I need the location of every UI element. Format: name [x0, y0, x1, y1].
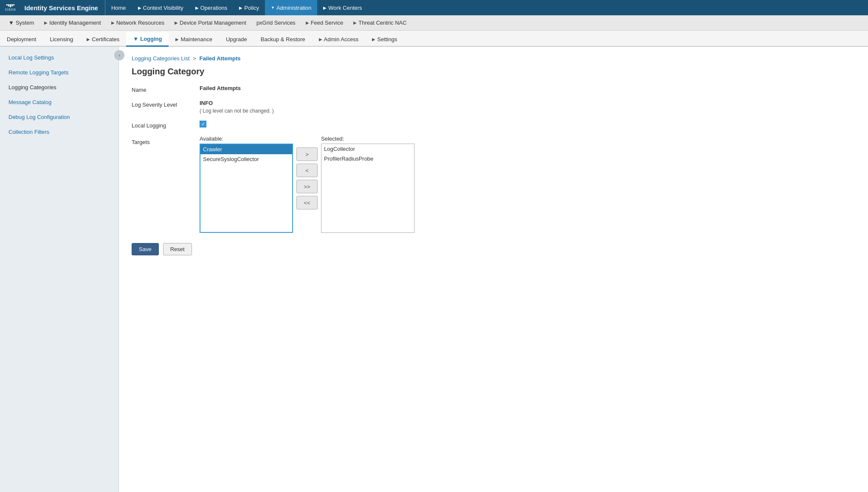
available-item-secure-syslog[interactable]: SecureSyslogCollector	[200, 154, 292, 164]
save-button[interactable]: Save	[132, 243, 159, 255]
severity-note: ( Log level can not be changed. )	[200, 108, 274, 114]
top-nav-items: Home ▶ Context Visibility ▶ Operations ▶…	[105, 0, 868, 15]
tab-settings-label: Settings	[377, 36, 397, 42]
nav-policy[interactable]: ▶ Policy	[233, 0, 265, 15]
subnav-network-resources[interactable]: ▶ Network Resources	[106, 15, 169, 31]
nav-context-visibility[interactable]: ▶ Context Visibility	[132, 0, 189, 15]
tab-admin-access[interactable]: ▶ Admin Access	[312, 32, 366, 47]
subnav-threat-centric-label: Threat Centric NAC	[358, 20, 406, 26]
sidebar-item-local-log-settings-label: Local Log Settings	[8, 54, 54, 61]
tab-settings[interactable]: ▶ Settings	[365, 32, 404, 47]
subnav-threat-centric[interactable]: ▶ Threat Centric NAC	[348, 15, 411, 31]
local-logging-checkbox[interactable]: ✓	[200, 121, 206, 127]
action-buttons: Save Reset	[132, 243, 855, 255]
move-all-left-button[interactable]: <<	[296, 196, 318, 209]
targets-row: Targets Available: Crawler SecureSyslogC…	[132, 136, 855, 233]
move-right-button[interactable]: >	[296, 147, 318, 161]
nav-context-visibility-arrow: ▶	[138, 6, 141, 10]
sidebar-item-message-catalog[interactable]: Message Catalog	[0, 95, 118, 110]
breadcrumb-separator: >	[193, 55, 196, 62]
tab-upgrade[interactable]: Upgrade	[219, 32, 254, 47]
subnav-device-portal-arrow: ▶	[175, 20, 178, 25]
sidebar-item-local-log-settings[interactable]: Local Log Settings	[0, 50, 118, 65]
subnav-identity-management-arrow: ▶	[44, 20, 48, 25]
sidebar-item-remote-logging-targets[interactable]: Remote Logging Targets	[0, 65, 118, 80]
subnav-device-portal-label: Device Portal Management	[180, 20, 246, 26]
subnav-network-resources-arrow: ▶	[111, 20, 115, 25]
tab-logging[interactable]: ▼ Logging	[126, 32, 169, 47]
top-navigation: cisco Identity Services Engine Home ▶ Co…	[0, 0, 868, 15]
nav-home[interactable]: Home	[105, 0, 132, 15]
severity-value: INFO	[200, 100, 274, 106]
severity-row: Log Severity Level INFO ( Log level can …	[132, 100, 855, 114]
nav-operations-arrow: ▶	[195, 6, 199, 10]
subnav-identity-management[interactable]: ▶ Identity Management	[39, 15, 106, 31]
nav-work-centers-arrow: ▶	[323, 6, 327, 10]
subnav-feed-service-label: Feed Service	[311, 20, 344, 26]
sidebar-item-remote-logging-targets-label: Remote Logging Targets	[8, 69, 68, 76]
available-item-crawler[interactable]: Crawler	[200, 144, 292, 154]
sidebar-item-collection-filters[interactable]: Collection Filters	[0, 124, 118, 139]
nav-work-centers[interactable]: ▶ Work Centers	[317, 0, 368, 15]
severity-value-container: INFO ( Log level can not be changed. )	[200, 100, 274, 114]
selected-item-log-collector[interactable]: LogCollector	[321, 144, 414, 154]
selected-list-label: Selected:	[321, 136, 414, 142]
tab-logging-arrow: ▼	[133, 36, 138, 42]
selected-list[interactable]: LogCollector ProfilerRadiusProbe	[321, 144, 414, 233]
nav-operations[interactable]: ▶ Operations	[189, 0, 234, 15]
tab-backup-restore[interactable]: Backup & Restore	[254, 32, 312, 47]
subnav-pxgrid[interactable]: pxGrid Services	[251, 15, 301, 31]
nav-policy-arrow: ▶	[239, 6, 242, 10]
name-value: Failed Attempts	[200, 85, 241, 91]
tab-certificates[interactable]: ▶ Certificates	[80, 32, 126, 47]
sidebar-item-logging-categories[interactable]: Logging Categories	[0, 80, 118, 95]
sidebar-item-message-catalog-label: Message Catalog	[8, 99, 51, 105]
nav-administration[interactable]: ▼ Administration	[265, 0, 317, 15]
cisco-text: cisco	[5, 7, 16, 11]
subnav-identity-management-label: Identity Management	[49, 20, 101, 26]
breadcrumb-parent[interactable]: Logging Categories List	[132, 55, 190, 62]
nav-operations-label: Operations	[200, 5, 228, 11]
tab-licensing[interactable]: Licensing	[43, 32, 80, 47]
move-right-icon: >	[305, 151, 309, 158]
tab-upgrade-label: Upgrade	[226, 36, 247, 42]
cisco-logo: cisco	[0, 0, 21, 15]
nav-context-visibility-label: Context Visibility	[143, 5, 183, 11]
move-left-button[interactable]: <	[296, 164, 318, 177]
subnav-feed-service-arrow: ▶	[306, 20, 309, 25]
subnav-feed-service[interactable]: ▶ Feed Service	[301, 15, 349, 31]
subnav-pxgrid-label: pxGrid Services	[256, 20, 296, 26]
subnav-device-portal[interactable]: ▶ Device Portal Management	[169, 15, 251, 31]
sidebar-toggle[interactable]: ‹	[114, 50, 124, 60]
tab-maintenance-label: Maintenance	[180, 36, 212, 42]
page-title: Logging Category	[132, 67, 855, 76]
subnav-system[interactable]: ▼ System	[3, 15, 39, 31]
tab-logging-label: Logging	[140, 36, 162, 42]
available-list[interactable]: Crawler SecureSyslogCollector	[200, 144, 293, 233]
available-list-container: Available: Crawler SecureSyslogCollector	[200, 136, 293, 233]
subnav-system-label: System	[16, 20, 34, 26]
tab-certificates-arrow: ▶	[87, 37, 90, 42]
nav-policy-label: Policy	[244, 5, 259, 11]
content-area: Logging Categories List > Failed Attempt…	[119, 47, 868, 492]
main-container: ‹ Local Log Settings Remote Logging Targ…	[0, 47, 868, 492]
local-logging-label: Local Logging	[132, 121, 200, 129]
tab-deployment[interactable]: Deployment	[0, 32, 43, 47]
tab-navigation: Deployment Licensing ▶ Certificates ▼ Lo…	[0, 31, 868, 47]
tab-maintenance[interactable]: ▶ Maintenance	[169, 32, 219, 47]
severity-label: Log Severity Level	[132, 100, 200, 108]
tab-maintenance-arrow: ▶	[175, 37, 179, 42]
sidebar-item-debug-log-config[interactable]: Debug Log Configuration	[0, 110, 118, 124]
nav-work-centers-label: Work Centers	[328, 5, 362, 11]
move-all-right-button[interactable]: >>	[296, 180, 318, 193]
sidebar-toggle-icon: ‹	[118, 53, 120, 58]
tab-certificates-label: Certificates	[92, 36, 119, 42]
nav-administration-label: Administration	[276, 5, 311, 11]
name-label: Name	[132, 85, 200, 93]
selected-list-container: Selected: LogCollector ProfilerRadiusPro…	[321, 136, 414, 233]
reset-button[interactable]: Reset	[163, 243, 192, 255]
selected-item-profiler-radius-probe[interactable]: ProfilerRadiusProbe	[321, 154, 414, 164]
sidebar-item-collection-filters-label: Collection Filters	[8, 129, 49, 135]
tab-admin-access-label: Admin Access	[324, 36, 359, 42]
app-title: Identity Services Engine	[21, 0, 105, 15]
